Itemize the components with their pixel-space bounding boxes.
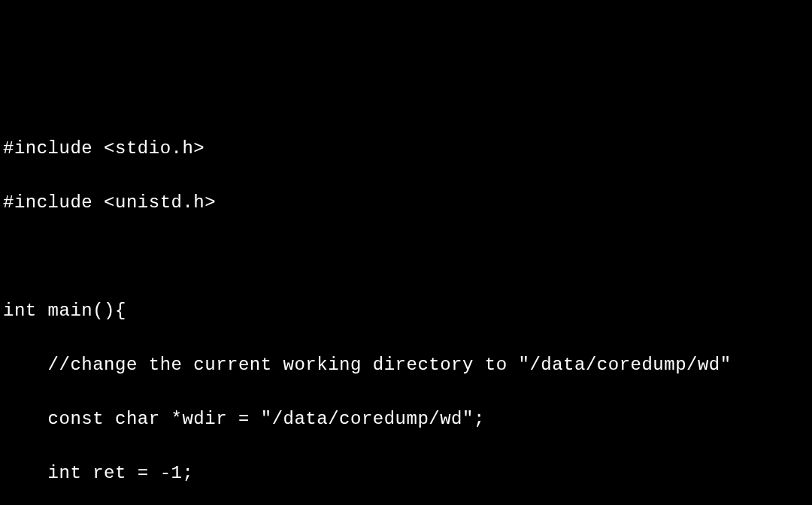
code-line <box>3 243 809 271</box>
code-line: int ret = -1; <box>3 460 809 487</box>
code-line: #include <stdio.h> <box>3 135 809 162</box>
code-line: //change the current working directory t… <box>3 352 809 379</box>
code-line: const char *wdir = "/data/coredump/wd"; <box>3 406 809 433</box>
code-line: int main(){ <box>3 298 809 325</box>
code-line: #include <unistd.h> <box>3 189 809 216</box>
code-editor[interactable]: #include <stdio.h> #include <unistd.h> i… <box>0 108 812 505</box>
